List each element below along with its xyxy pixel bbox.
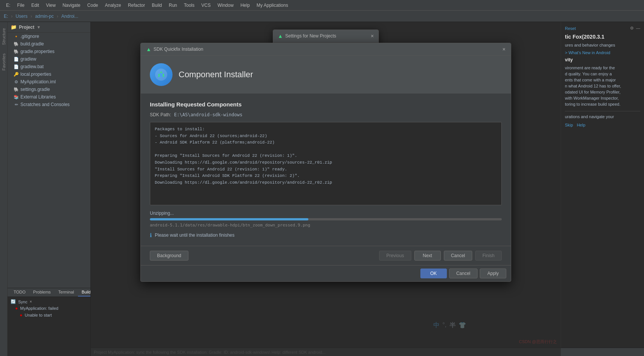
- sdk-info-row: ℹ Please wait until the installation fin…: [150, 232, 502, 238]
- git-icon: 🔸: [14, 34, 19, 39]
- breadcrumb-e[interactable]: E:: [4, 14, 8, 19]
- menu-item-help[interactable]: Help: [237, 2, 253, 9]
- log-line-8: Downloading https://dl.google.com/androi…: [155, 180, 497, 186]
- right-divider: [565, 111, 640, 111]
- tree-item-gradlew-bat[interactable]: 📄 gradlew.bat: [8, 63, 90, 70]
- iml-icon: ⚙: [14, 79, 19, 84]
- error-icon-1: ●: [15, 306, 18, 311]
- log-line-6: "Install Sources for Android 22 (revisio…: [155, 166, 497, 173]
- title-bar: E: › Users › admin-pc › Androi...: [0, 11, 644, 22]
- right-icon-buttons: ⚙ —: [630, 26, 640, 31]
- favorites-label[interactable]: Favorites: [0, 51, 7, 73]
- sdk-footer-right: Previous Next Cancel Finish: [379, 251, 502, 261]
- tree-item-external-libraries[interactable]: 📚 External Libraries: [8, 93, 90, 101]
- tree-item-myapplication-iml[interactable]: ⚙ MyApplication.iml: [8, 78, 90, 86]
- build-error-app[interactable]: ● MyApplication: failed: [11, 305, 87, 312]
- file-icon-3: 🔑: [14, 72, 19, 77]
- apply-button[interactable]: Apply: [480, 269, 506, 278]
- menu-item-tools[interactable]: Tools: [181, 2, 198, 9]
- ok-button[interactable]: OK: [420, 269, 447, 278]
- breadcrumb-adminpc[interactable]: admin-pc: [35, 14, 54, 19]
- android-icon-small: ▲: [278, 33, 283, 39]
- sidebar-content: 🔸 .gitignore 🐘 build.gradle 🐘 gradle.pro…: [8, 33, 90, 288]
- progress-bar-fill: [150, 218, 308, 220]
- menu-item-file[interactable]: File: [14, 2, 27, 9]
- menu-item-view[interactable]: View: [43, 2, 59, 9]
- svg-point-3: [163, 74, 164, 75]
- next-button[interactable]: Next: [414, 251, 441, 261]
- build-error-start[interactable]: ● Unable to start: [11, 312, 87, 319]
- small-dialog-footer: OK Cancel Apply: [141, 265, 511, 281]
- tree-item-gitignore[interactable]: 🔸 .gitignore: [8, 33, 90, 40]
- whats-new-link[interactable]: > What's New in Android: [565, 50, 640, 55]
- sdk-section-title: Installing Requested Components: [150, 101, 502, 108]
- tree-item-local-properties[interactable]: 🔑 local.properties: [8, 70, 90, 78]
- sdk-log-area[interactable]: Packages to install: - Sources for Andro…: [150, 122, 502, 205]
- reset-link[interactable]: Reset: [565, 26, 576, 31]
- menu-item-refactor[interactable]: Refactor: [125, 2, 148, 9]
- menu-item-myapps[interactable]: My Applications: [254, 2, 291, 9]
- gear-icon[interactable]: ⚙: [630, 26, 634, 31]
- menu-item-vcs[interactable]: VCS: [198, 2, 214, 9]
- sidebar-title: Project: [19, 25, 34, 30]
- right-subtext: ures and behavior changes: [565, 43, 640, 47]
- settings-title: ▲ Settings for New Projects: [278, 33, 336, 39]
- structure-label[interactable]: Structure: [0, 26, 7, 47]
- build-sync-icon: 🔄: [11, 299, 16, 304]
- svg-rect-1: [160, 73, 163, 77]
- tree-item-scratches[interactable]: ✏ Scratches and Consoles: [8, 101, 90, 108]
- build-sync[interactable]: 🔄 Sync ×: [11, 298, 87, 305]
- close-sync-icon[interactable]: ×: [30, 300, 32, 304]
- tree-item-gradlew[interactable]: 📄 gradlew: [8, 55, 90, 63]
- menu-item-analyze[interactable]: Analyze: [102, 2, 124, 9]
- right-desc4: n what Android 12 has to offer,: [565, 84, 640, 88]
- tab-problems[interactable]: Problems: [30, 288, 54, 297]
- menu-item-e[interactable]: E:: [3, 2, 13, 9]
- error-icon-2: ●: [20, 312, 22, 318]
- breadcrumb-users[interactable]: Users: [16, 14, 27, 19]
- right-desc6: with WorkManager Inspector,: [565, 96, 640, 100]
- build-bottom-area: TODO Problems Terminal Build 🔄 Sync × ● …: [8, 288, 90, 356]
- menu-item-edit[interactable]: Edit: [28, 2, 42, 9]
- settings-close-button[interactable]: ×: [371, 33, 374, 39]
- menu-item-run[interactable]: Run: [166, 2, 180, 9]
- right-info-panel: Reset ⚙ — tic Fox(2020.3.1 ures and beha…: [561, 22, 644, 356]
- sdk-close-button[interactable]: ×: [502, 47, 506, 52]
- build-error-label-2: Unable to start: [25, 313, 52, 317]
- menu-item-window[interactable]: Window: [215, 2, 237, 9]
- log-line-1: - Sources for Android 22 (sources;androi…: [155, 133, 497, 140]
- android-icon-sdk: ▲: [146, 46, 151, 52]
- dropdown-icon[interactable]: ▾: [37, 24, 40, 30]
- menu-item-build[interactable]: Build: [149, 2, 165, 9]
- sdk-header-title: Component Installer: [179, 70, 253, 80]
- tab-build[interactable]: Build: [78, 288, 91, 297]
- progress-bar-container: [150, 218, 502, 220]
- log-line-7: Preparing "Install Android SDK Platform …: [155, 173, 497, 180]
- tree-item-build-gradle[interactable]: 🐘 build.gradle: [8, 40, 90, 48]
- cancel-small-button[interactable]: Cancel: [449, 269, 478, 278]
- menu-item-navigate[interactable]: Navigate: [59, 2, 83, 9]
- log-line-0: Packages to install:: [155, 126, 497, 133]
- tree-item-settings-gradle[interactable]: 🐘 settings.gradle: [8, 86, 90, 93]
- build-error-label-1: MyApplication: failed: [20, 306, 58, 311]
- skip-link[interactable]: Skip: [565, 123, 573, 127]
- tab-todo[interactable]: TODO: [10, 288, 30, 297]
- sdk-path-value: E:\AS\android-sdk-windows: [174, 112, 243, 117]
- breadcrumb-sep3: ›: [57, 14, 58, 19]
- help-link[interactable]: Help: [577, 123, 585, 127]
- minimize-icon[interactable]: —: [636, 26, 640, 31]
- previous-button[interactable]: Previous: [379, 251, 411, 261]
- tree-item-gradle-properties[interactable]: 🐘 gradle.properties: [8, 48, 90, 55]
- cancel-button[interactable]: Cancel: [444, 251, 472, 261]
- main-layout: Structure Favorites 📁 Project ▾ 🔸 .gitig…: [0, 22, 644, 356]
- breadcrumb-android[interactable]: Androi...: [61, 14, 78, 19]
- project-icon: 📁: [11, 24, 17, 30]
- file-icon-2: 📄: [14, 64, 19, 69]
- tab-terminal[interactable]: Terminal: [54, 288, 78, 297]
- scratch-icon: ✏: [14, 102, 19, 107]
- sdk-body: Component Installer Installing Requested…: [141, 56, 511, 281]
- content-area: ▲ Settings for New Projects × ▲ SDK Quic…: [91, 22, 561, 356]
- finish-button[interactable]: Finish: [475, 251, 502, 261]
- menu-item-code[interactable]: Code: [84, 2, 101, 9]
- background-button[interactable]: Background: [150, 251, 188, 261]
